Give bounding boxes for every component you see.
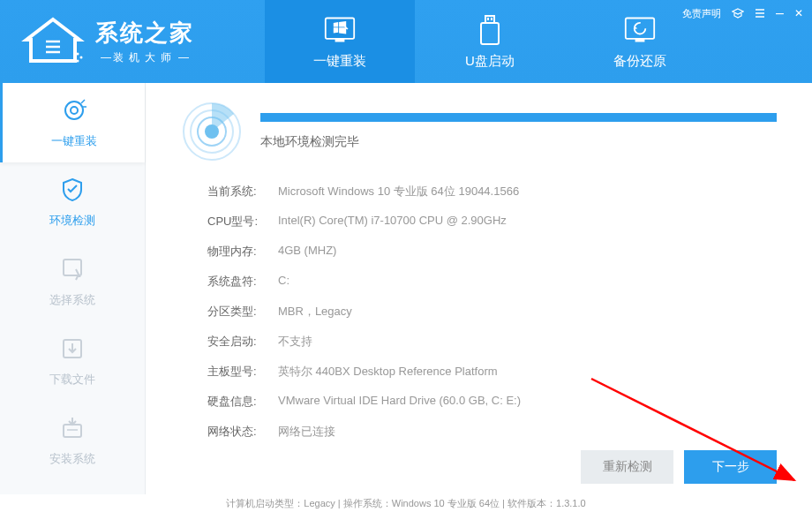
progress-row: 本地环境检测完毕 <box>181 101 777 162</box>
svg-point-2 <box>77 60 79 63</box>
svg-point-1 <box>80 56 83 59</box>
info-value: Intel(R) Core(TM) i7-10700 CPU @ 2.90GHz <box>278 214 507 230</box>
graduation-icon[interactable] <box>732 8 744 19</box>
tab-label: U盘启动 <box>465 53 515 70</box>
svg-rect-16 <box>64 425 81 437</box>
progress-area: 本地环境检测完毕 <box>260 113 777 150</box>
info-value: 英特尔 440BX Desktop Reference Platform <box>278 364 498 380</box>
info-row-os: 当前系统: Microsoft Windows 10 专业版 64位 19044… <box>207 184 777 200</box>
info-row-cpu: CPU型号: Intel(R) Core(TM) i7-10700 CPU @ … <box>207 214 777 230</box>
info-row-partition: 分区类型: MBR，Legacy <box>207 304 777 320</box>
windows-icon <box>324 14 356 46</box>
info-value: MBR，Legacy <box>278 304 352 320</box>
sidebar-item-install[interactable]: 安装系统 <box>0 401 145 480</box>
info-value: 网络已连接 <box>278 424 335 440</box>
info-label: 硬盘信息: <box>207 394 278 410</box>
logo-text: 系统之家 装机大师 <box>95 18 194 65</box>
house-logo-icon <box>18 15 88 68</box>
system-info-list: 当前系统: Microsoft Windows 10 专业版 64位 19044… <box>181 184 777 454</box>
info-label: 网络状态: <box>207 424 278 440</box>
info-value: VMware Virtual IDE Hard Drive (60.0 GB, … <box>278 394 521 410</box>
info-value: Microsoft Windows 10 专业版 64位 19044.1566 <box>278 184 519 200</box>
info-row-secureboot: 安全启动: 不支持 <box>207 334 777 350</box>
info-row-motherboard: 主板型号: 英特尔 440BX Desktop Reference Platfo… <box>207 364 777 380</box>
main-area: 一键重装 环境检测 选择系统 下载文件 安装系统 <box>0 83 812 494</box>
sidebar: 一键重装 环境检测 选择系统 下载文件 安装系统 <box>0 83 146 494</box>
sidebar-item-env-check[interactable]: 环境检测 <box>0 162 145 242</box>
svg-rect-8 <box>491 18 492 20</box>
sidebar-item-label: 下载文件 <box>49 372 95 388</box>
tab-label: 备份还原 <box>613 53 666 70</box>
info-label: 物理内存: <box>207 244 278 260</box>
info-row-memory: 物理内存: 4GB (MHZ) <box>207 244 777 260</box>
svg-point-13 <box>71 107 78 114</box>
progress-bar <box>260 113 777 122</box>
info-row-sysdrive: 系统盘符: C: <box>207 274 777 290</box>
close-button[interactable]: ✕ <box>794 7 803 19</box>
logo-area: 系统之家 装机大师 <box>0 0 265 83</box>
tab-usb-boot[interactable]: U盘启动 <box>415 0 565 83</box>
minimize-button[interactable]: – <box>776 5 784 21</box>
tab-label: 一键重装 <box>313 53 366 70</box>
svg-rect-10 <box>635 38 645 41</box>
progress-status-text: 本地环境检测完毕 <box>260 134 777 150</box>
tab-reinstall[interactable]: 一键重装 <box>265 0 415 83</box>
info-label: 系统盘符: <box>207 274 278 290</box>
info-value: 不支持 <box>278 334 312 350</box>
svg-rect-9 <box>626 18 654 38</box>
svg-rect-4 <box>335 38 345 41</box>
window-controls: 免责声明 – ✕ <box>682 5 803 21</box>
action-buttons: 重新检测 下一步 <box>581 450 777 484</box>
sidebar-item-label: 安装系统 <box>49 451 95 467</box>
footer-status: 计算机启动类型：Legacy | 操作系统：Windows 10 专业版 64位… <box>0 494 812 512</box>
usb-icon <box>474 14 506 46</box>
menu-icon[interactable] <box>755 8 765 19</box>
shield-check-icon <box>58 176 86 204</box>
logo-subtitle: 装机大师 <box>95 50 194 65</box>
info-row-disk: 硬盘信息: VMware Virtual IDE Hard Drive (60.… <box>207 394 777 410</box>
svg-rect-7 <box>487 18 489 20</box>
disclaimer-link[interactable]: 免责声明 <box>682 7 721 20</box>
download-icon <box>58 335 86 363</box>
radar-icon <box>181 101 243 162</box>
info-value: 4GB (MHZ) <box>278 244 336 260</box>
info-label: 主板型号: <box>207 364 278 380</box>
sidebar-item-label: 一键重装 <box>51 133 97 149</box>
svg-rect-5 <box>485 16 494 23</box>
sidebar-item-select-system[interactable]: 选择系统 <box>0 242 145 321</box>
sidebar-item-reinstall[interactable]: 一键重装 <box>0 83 145 162</box>
info-label: 当前系统: <box>207 184 278 200</box>
svg-point-0 <box>77 53 79 56</box>
info-label: 安全启动: <box>207 334 278 350</box>
svg-point-12 <box>65 102 83 119</box>
target-icon <box>60 96 88 124</box>
header-bar: 系统之家 装机大师 一键重装 <box>0 0 812 83</box>
sidebar-item-download[interactable]: 下载文件 <box>0 321 145 401</box>
select-icon <box>58 255 86 283</box>
logo-title: 系统之家 <box>95 18 194 49</box>
sidebar-item-label: 环境检测 <box>49 213 95 229</box>
info-label: 分区类型: <box>207 304 278 320</box>
info-row-network: 网络状态: 网络已连接 <box>207 424 777 440</box>
svg-rect-6 <box>481 23 499 44</box>
restore-icon <box>624 14 656 46</box>
info-value: C: <box>278 274 289 290</box>
recheck-button[interactable]: 重新检测 <box>581 450 673 484</box>
content-panel: 本地环境检测完毕 当前系统: Microsoft Windows 10 专业版 … <box>146 83 812 494</box>
next-button[interactable]: 下一步 <box>684 450 777 484</box>
sidebar-item-label: 选择系统 <box>49 292 95 308</box>
info-label: CPU型号: <box>207 214 278 230</box>
install-icon <box>58 414 86 442</box>
